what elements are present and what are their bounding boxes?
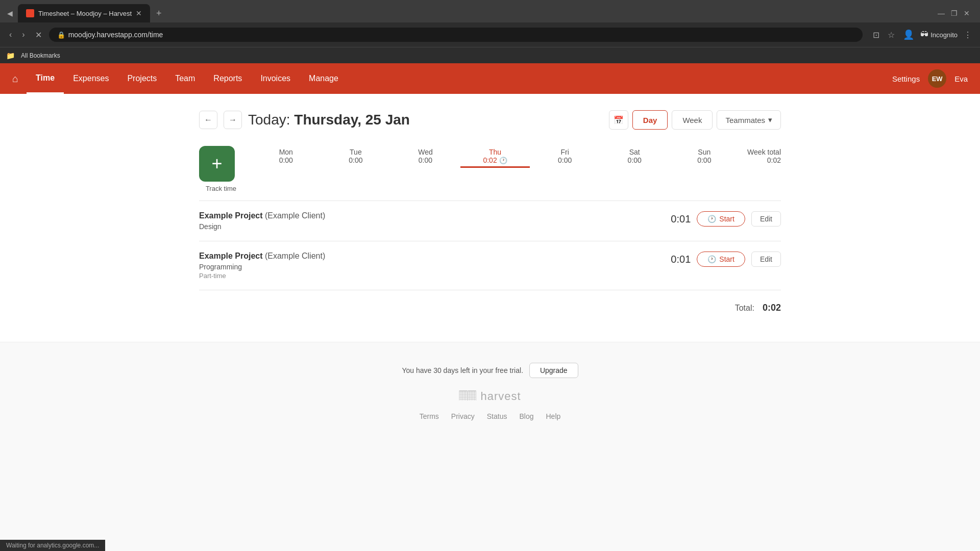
nav-manage[interactable]: Manage (300, 63, 348, 94)
more-options-button[interactable]: ⋮ (962, 28, 974, 42)
footer-links: Terms Privacy Status Blog Help (0, 412, 980, 420)
entry-hours: 0:01 (660, 213, 691, 225)
tab-title: Timesheet – Moodjoy – Harvest (38, 10, 132, 17)
bookmark-button[interactable]: ☆ (886, 28, 897, 42)
entry-task: Design (199, 222, 660, 231)
date-value: Thursday, 25 Jan (294, 112, 410, 128)
day-friday[interactable]: Fri 0:00 (530, 146, 600, 168)
track-time-button[interactable]: + (199, 146, 235, 182)
user-avatar[interactable]: EW (928, 69, 946, 88)
day-wednesday[interactable]: Wed 0:00 (390, 146, 460, 168)
start-button[interactable]: 🕐 Start (697, 211, 745, 227)
start-button-2[interactable]: 🕐 Start (697, 252, 745, 267)
harvest-logo-icon: 𝄜𝄜 (459, 388, 476, 404)
days-grid: Mon 0:00 Tue 0:00 Wed 0:00 Thu 0:02 (251, 146, 781, 168)
security-icon: 🔒 (57, 31, 65, 39)
week-total: Week total 0:02 (739, 146, 781, 168)
home-icon[interactable]: ⌂ (12, 73, 18, 85)
reload-button[interactable]: ✕ (32, 28, 45, 42)
all-bookmarks-item[interactable]: All Bookmarks (17, 51, 64, 60)
nav-links: Time Expenses Projects Team Reports Invo… (27, 63, 348, 94)
entry-project: Example Project (Example Client) (199, 211, 660, 220)
entry-info: Example Project (Example Client) Design (199, 211, 660, 231)
settings-link[interactable]: Settings (892, 74, 920, 83)
day-sunday[interactable]: Sun 0:00 (670, 146, 740, 168)
nav-expenses[interactable]: Expenses (64, 63, 118, 94)
cast-icon[interactable]: ⊡ (871, 28, 881, 42)
chevron-down-icon: ▾ (768, 115, 772, 124)
browser-back-tab[interactable]: ◀ (4, 7, 16, 19)
edit-button[interactable]: Edit (751, 211, 781, 227)
trial-notice: You have 30 days left in your free trial… (0, 363, 980, 378)
timer-icon: 🕐 (707, 215, 716, 223)
minimize-button[interactable]: — (938, 9, 945, 17)
entry-note: Part-time (199, 272, 660, 280)
total-row: Total: 0:02 (199, 290, 781, 325)
day-view-button[interactable]: Day (632, 110, 668, 130)
entry-info: Example Project (Example Client) Program… (199, 252, 660, 280)
next-date-button[interactable]: → (224, 111, 242, 129)
week-section: + Track time Mon 0:00 Tue 0:00 Wed (199, 146, 781, 192)
footer: You have 30 days left in your free trial… (0, 342, 980, 431)
entry-actions: 0:01 🕐 Start Edit (660, 252, 781, 267)
date-header: ← → Today: Thursday, 25 Jan 📅 Day Week T… (199, 110, 781, 130)
nav-time[interactable]: Time (27, 63, 64, 94)
harvest-logo: 𝄜𝄜 harvest (0, 388, 980, 404)
close-button[interactable]: ✕ (964, 9, 970, 17)
nav-projects[interactable]: Projects (118, 63, 166, 94)
edit-button-2[interactable]: Edit (751, 252, 781, 267)
clock-icon: 🕐 (499, 157, 507, 164)
footer-privacy[interactable]: Privacy (451, 412, 475, 420)
nav-team[interactable]: Team (166, 63, 204, 94)
total-label: Total: (735, 304, 754, 313)
incognito-icon: 🕶 (920, 30, 928, 39)
incognito-indicator: 🕶 Incognito (920, 30, 958, 39)
track-time-container: + Track time (199, 146, 243, 192)
prev-date-button[interactable]: ← (199, 111, 217, 129)
date-nav: ← → Today: Thursday, 25 Jan (199, 111, 410, 129)
day-tuesday[interactable]: Tue 0:00 (321, 146, 391, 168)
nav-right: Settings EW Eva (892, 69, 968, 88)
teammates-button[interactable]: Teammates ▾ (717, 110, 781, 130)
timer-icon: 🕐 (707, 255, 716, 263)
url-display: moodjoy.harvestapp.com/time (68, 31, 855, 39)
back-button[interactable]: ‹ (6, 28, 15, 41)
entry-task: Programming (199, 263, 660, 271)
day-saturday[interactable]: Sat 0:00 (600, 146, 670, 168)
total-value: 0:02 (763, 303, 781, 313)
entry-hours: 0:01 (660, 254, 691, 265)
entry-project: Example Project (Example Client) (199, 252, 660, 261)
time-entry: Example Project (Example Client) Design … (199, 201, 781, 241)
footer-terms[interactable]: Terms (420, 412, 439, 420)
maximize-button[interactable]: ❐ (951, 9, 958, 17)
view-controls: 📅 Day Week Teammates ▾ (609, 110, 781, 130)
tab-favicon (26, 9, 34, 17)
plus-icon: + (211, 155, 222, 173)
footer-help[interactable]: Help (546, 412, 560, 420)
week-view-button[interactable]: Week (672, 110, 713, 130)
main-nav: ⌂ Time Expenses Projects Team Reports In… (0, 63, 980, 94)
bookmarks-folder-icon: 📁 (6, 52, 15, 60)
profile-button[interactable]: 👤 (901, 27, 916, 42)
day-thursday[interactable]: Thu 0:02 🕐 (460, 146, 530, 168)
upgrade-button[interactable]: Upgrade (529, 363, 578, 378)
forward-button[interactable]: › (19, 28, 28, 41)
nav-reports[interactable]: Reports (204, 63, 251, 94)
tab-close-button[interactable]: ✕ (136, 9, 142, 17)
user-name[interactable]: Eva (954, 74, 968, 83)
main-content: ← → Today: Thursday, 25 Jan 📅 Day Week T… (158, 94, 822, 342)
address-bar[interactable]: 🔒 moodjoy.harvestapp.com/time (49, 28, 863, 42)
date-title: Today: Thursday, 25 Jan (248, 112, 410, 128)
entry-actions: 0:01 🕐 Start Edit (660, 211, 781, 227)
track-time-label: Track time (206, 185, 236, 192)
time-entry: Example Project (Example Client) Program… (199, 241, 781, 290)
new-tab-button[interactable]: + (152, 6, 166, 21)
calendar-button[interactable]: 📅 (609, 110, 628, 130)
nav-invoices[interactable]: Invoices (251, 63, 300, 94)
day-monday[interactable]: Mon 0:00 (251, 146, 321, 168)
footer-blog[interactable]: Blog (519, 412, 533, 420)
footer-status[interactable]: Status (487, 412, 507, 420)
active-tab[interactable]: Timesheet – Moodjoy – Harvest ✕ (18, 4, 150, 22)
time-entries: Example Project (Example Client) Design … (199, 201, 781, 290)
